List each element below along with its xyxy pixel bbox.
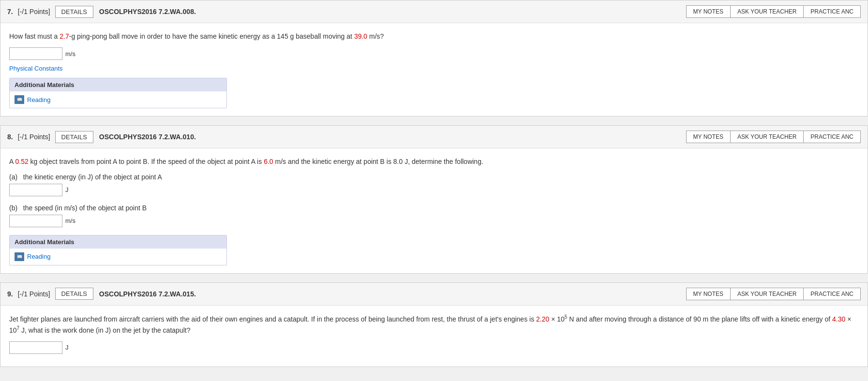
- q9-thrust-value: 2.20: [536, 315, 549, 322]
- question-9-text: Jet fighter planes are launched from air…: [9, 313, 859, 336]
- question-8-text: A 0.52 kg object travels from point A to…: [9, 156, 859, 167]
- question-7-unit: m/s: [65, 50, 75, 58]
- question-7-header: 7. [-/1 Points] DETAILS OSCOLPHYS2016 7.…: [0, 0, 868, 23]
- reading-label-7: Reading: [27, 96, 50, 103]
- reading-icon-7: 📖: [15, 95, 24, 104]
- question-7-code: OSCOLPHYS2016 7.2.WA.008.: [99, 8, 686, 15]
- question-7-number: 7.: [7, 8, 13, 15]
- additional-materials-header-8: Additional Materials: [10, 235, 226, 249]
- ask-teacher-button-7[interactable]: ASK YOUR TEACHER: [730, 5, 804, 18]
- additional-materials-7: Additional Materials 📖 Reading: [9, 78, 227, 108]
- question-9-actions: MY NOTES ASK YOUR TEACHER PRACTICE ANC: [686, 288, 861, 300]
- additional-materials-body-8: 📖 Reading: [10, 249, 226, 265]
- question-7-actions: MY NOTES ASK YOUR TEACHER PRACTICE ANC: [686, 5, 861, 18]
- q8-part-b-letter: (b): [9, 204, 17, 212]
- question-9: 9. [-/1 Points] DETAILS OSCOLPHYS2016 7.…: [0, 282, 868, 367]
- question-9-answer-input[interactable]: [9, 341, 62, 354]
- question-8-part-a-label: (a) the kinetic energy (in J) of the obj…: [9, 173, 859, 181]
- question-8-number: 8.: [7, 133, 13, 141]
- question-8-answer-row-b: m/s: [9, 215, 859, 227]
- ask-teacher-button-9[interactable]: ASK YOUR TEACHER: [730, 288, 804, 300]
- physical-constants-link-7[interactable]: Physical Constants: [9, 65, 859, 72]
- q8-value-2: 6.0: [264, 158, 273, 165]
- question-7-points: [-/1 Points]: [18, 8, 50, 15]
- reading-label-8: Reading: [27, 253, 50, 260]
- question-7-details-button[interactable]: DETAILS: [55, 6, 93, 18]
- question-8-body: A 0.52 kg object travels from point A to…: [0, 148, 868, 273]
- question-7-answer-input[interactable]: [9, 47, 62, 60]
- additional-materials-header-7: Additional Materials: [10, 78, 226, 91]
- question-8-unit-a: J: [65, 186, 69, 193]
- question-8-part-b-label: (b) the speed (in m/s) of the object at …: [9, 204, 859, 212]
- q7-value-1: 2.7: [60, 32, 69, 40]
- question-8: 8. [-/1 Points] DETAILS OSCOLPHYS2016 7.…: [0, 125, 868, 273]
- q8-part-b-desc: the speed (in m/s) of the object at poin…: [23, 204, 147, 212]
- question-9-answer-row: J: [9, 341, 859, 354]
- reading-icon-8: 📖: [15, 252, 24, 261]
- q9-ke-exp: 7: [17, 325, 20, 331]
- additional-materials-8: Additional Materials 📖 Reading: [9, 235, 227, 265]
- practice-button-9[interactable]: PRACTICE ANC: [803, 288, 861, 300]
- question-8-details-button[interactable]: DETAILS: [55, 131, 93, 143]
- question-7-text: How fast must a 2.7-g ping-pong ball mov…: [9, 31, 859, 42]
- question-7-answer-row: m/s: [9, 47, 859, 60]
- reading-link-7[interactable]: 📖 Reading: [15, 95, 222, 104]
- question-8-actions: MY NOTES ASK YOUR TEACHER PRACTICE ANC: [686, 131, 861, 143]
- question-8-part-a: (a) the kinetic energy (in J) of the obj…: [9, 173, 859, 196]
- additional-materials-body-7: 📖 Reading: [10, 91, 226, 108]
- practice-button-8[interactable]: PRACTICE ANC: [803, 131, 861, 143]
- question-8-part-b: (b) the speed (in m/s) of the object at …: [9, 204, 859, 227]
- q7-value-2: 39.0: [354, 32, 367, 40]
- my-notes-button-9[interactable]: MY NOTES: [686, 288, 731, 300]
- question-9-header: 9. [-/1 Points] DETAILS OSCOLPHYS2016 7.…: [0, 283, 868, 306]
- question-8-points: [-/1 Points]: [18, 133, 50, 141]
- q9-thrust-exp: 5: [565, 314, 568, 320]
- q8-part-a-desc: the kinetic energy (in J) of the object …: [23, 173, 162, 181]
- question-9-unit: J: [65, 344, 69, 351]
- question-8-unit-b: m/s: [65, 217, 75, 224]
- q9-ke-value: 4.30: [832, 315, 845, 322]
- question-8-header: 8. [-/1 Points] DETAILS OSCOLPHYS2016 7.…: [0, 126, 868, 148]
- q8-value-1: 0.52: [15, 158, 28, 165]
- my-notes-button-8[interactable]: MY NOTES: [686, 131, 731, 143]
- question-9-points: [-/1 Points]: [18, 290, 50, 298]
- question-9-number: 9.: [7, 290, 13, 298]
- my-notes-button-7[interactable]: MY NOTES: [686, 5, 731, 18]
- question-9-code: OSCOLPHYS2016 7.2.WA.015.: [99, 290, 686, 298]
- question-7: 7. [-/1 Points] DETAILS OSCOLPHYS2016 7.…: [0, 0, 868, 117]
- question-9-details-button[interactable]: DETAILS: [55, 288, 93, 300]
- question-9-body: Jet fighter planes are launched from air…: [0, 306, 868, 366]
- practice-button-7[interactable]: PRACTICE ANC: [803, 5, 861, 18]
- question-8-answer-row-a: J: [9, 184, 859, 196]
- reading-link-8[interactable]: 📖 Reading: [15, 252, 222, 261]
- question-7-body: How fast must a 2.7-g ping-pong ball mov…: [0, 23, 868, 116]
- ask-teacher-button-8[interactable]: ASK YOUR TEACHER: [730, 131, 804, 143]
- question-8-answer-input-a[interactable]: [9, 184, 62, 196]
- question-8-code: OSCOLPHYS2016 7.2.WA.010.: [99, 133, 686, 141]
- question-8-answer-input-b[interactable]: [9, 215, 62, 227]
- q8-part-a-letter: (a): [9, 173, 17, 181]
